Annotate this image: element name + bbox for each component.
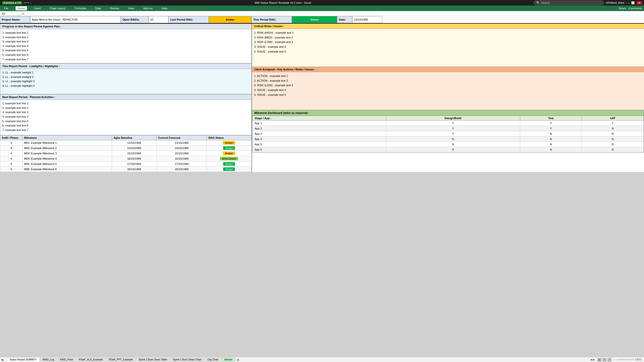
cell-forecast[interactable]: 14/10/1968 [156, 146, 207, 151]
md-cell-app[interactable]: App 6 [253, 147, 386, 152]
cell-rag[interactable]: Amb-Green [207, 156, 252, 161]
md-cell-test[interactable]: N [520, 137, 582, 142]
project-name-value[interactable]: Apps Mod to the Cloud - REFACTOR [30, 16, 121, 23]
md-cell-uat[interactable]: N [582, 147, 644, 152]
sheet-tab-org-chart[interactable]: Org Chart [205, 357, 221, 362]
ribbon-tab-pagelayout[interactable]: Page Layout [48, 6, 68, 10]
cell-milestone[interactable]: M05: Example Milestone 5 [22, 161, 112, 167]
cell-baseline[interactable]: 15/10/1968 [112, 151, 156, 156]
md-cell-test[interactable]: N [520, 131, 582, 137]
scroll-left-button[interactable]: ◀ [0, 358, 4, 361]
md-cell-test[interactable]: N [520, 142, 582, 147]
next-period-section-content[interactable]: 1. example text line 1 2. example text l… [0, 100, 251, 135]
zoom-slider[interactable] [617, 359, 632, 360]
autosave-label[interactable]: AutoSave ● ON [2, 1, 22, 5]
cell-phase[interactable]: 5 [0, 161, 23, 167]
cell-baseline[interactable]: 17/10/1968 [112, 161, 156, 167]
sheet-tab-version[interactable]: Version [221, 357, 235, 362]
cell-phase[interactable]: 3 [0, 140, 23, 146]
md-cell-test[interactable]: Y [520, 126, 582, 131]
ribbon-tab-review[interactable]: Review [108, 6, 121, 10]
md-cell-app[interactable]: App 1 [253, 121, 386, 126]
cell-rag[interactable]: Green [207, 167, 252, 172]
sheet-tab-raid-log[interactable]: RAID_Log [40, 357, 57, 362]
date-value[interactable]: 13/10/1968 [352, 16, 382, 23]
md-cell-uat[interactable]: N [582, 131, 644, 137]
cell-baseline[interactable]: 13/10/1968 [112, 140, 156, 146]
sheet-tab-poap-ppt[interactable]: POaP_PPT_Example [106, 357, 136, 362]
cell-forecast[interactable]: 17/10/1968 [156, 161, 207, 167]
ribbon-tab-help[interactable]: Help [160, 6, 170, 10]
md-cell-test[interactable]: Y [520, 121, 582, 126]
progress-section-content[interactable]: 1. example text line 1 2. example text l… [0, 29, 251, 63]
md-cell-uat[interactable]: N [582, 126, 644, 131]
md-cell-design[interactable]: Y [386, 131, 520, 137]
cell-forecast[interactable]: 15/10/1968 [156, 151, 207, 156]
add-sheet-button[interactable]: ⊕ [236, 358, 239, 362]
preview-view-button[interactable]: ⊟ [608, 358, 612, 361]
ribbon-tab-view[interactable]: View [126, 6, 136, 10]
redo-button[interactable]: ↪ [27, 1, 29, 5]
sheet-tab-raid-pivot[interactable]: RAID_Pivot [57, 357, 76, 362]
cell-baseline[interactable]: 18/10/1968 [112, 167, 156, 172]
page-view-button[interactable]: ⊞ [602, 358, 607, 361]
cell-milestone[interactable]: M03: Example Milestone 3 [22, 151, 112, 156]
md-cell-design[interactable]: N [386, 142, 520, 147]
md-cell-uat[interactable]: Y [582, 121, 644, 126]
minimize-button[interactable]: — [626, 1, 629, 4]
ribbon-tab-home[interactable]: Home [16, 6, 27, 10]
md-cell-uat[interactable]: N [582, 142, 644, 147]
this-period-rag-value[interactable]: Green [292, 16, 337, 23]
restore-button[interactable]: ⬜ [631, 1, 635, 5]
md-cell-design[interactable]: N [386, 137, 520, 142]
md-cell-uat[interactable]: N [582, 137, 644, 142]
ribbon-tab-addins[interactable]: Add-ins [141, 6, 154, 10]
zoom-in-button[interactable]: + [633, 358, 634, 361]
cell-baseline[interactable]: 16/10/1968 [112, 156, 156, 161]
sheet-tab-sprint1-table[interactable]: Sprint 1 Burn Down Table [136, 357, 170, 362]
cell-forecast[interactable]: 18/10/1968 [156, 167, 207, 172]
cell-rag[interactable]: Green [207, 146, 252, 151]
last-period-rag-value[interactable]: Amber [209, 16, 252, 23]
critical-risks-content[interactable]: 1. RISK (HIGH) - example text 1 2. RISK … [252, 29, 644, 67]
comments-button[interactable]: Comments [629, 7, 642, 10]
cell-phase[interactable]: 4 [0, 146, 23, 151]
md-cell-app[interactable]: App 5 [253, 142, 386, 147]
zoom-out-button[interactable]: − [614, 358, 616, 361]
sheet-tab-status-report[interactable]: Status Report DDMMYY [7, 357, 39, 362]
cell-phase[interactable]: 5 [0, 167, 23, 172]
cell-rag[interactable]: Amber [207, 151, 252, 156]
close-button[interactable]: ✕ [637, 1, 642, 5]
cell-forecast[interactable]: 13/10/1968 [156, 140, 207, 146]
md-cell-design[interactable]: N [386, 147, 520, 152]
md-cell-app[interactable]: App 2 [253, 126, 386, 131]
search-bar[interactable]: 🔍 Search [534, 1, 604, 5]
cell-baseline[interactable]: 14/10/1968 [112, 146, 156, 151]
cell-phase[interactable]: 4 [0, 156, 23, 161]
cell-milestone[interactable]: M04: Example Milestone 4 [22, 156, 112, 161]
md-cell-app[interactable]: App 4 [253, 137, 386, 142]
ribbon-tab-data[interactable]: Data [93, 6, 103, 10]
sheet-tab-poap-xls[interactable]: POaP_XLS_Example [76, 357, 106, 362]
cell-rag[interactable]: Amber [207, 140, 252, 146]
lowlights-section-content[interactable]: 1. LL - example lowlight 1 2. LL - examp… [0, 69, 251, 94]
undo-button[interactable]: ↩ [24, 1, 26, 5]
md-cell-test[interactable]: N [520, 147, 582, 152]
customize-button[interactable]: ⌄ [30, 1, 32, 5]
cell-phase[interactable]: 4 [0, 151, 23, 156]
ribbon-tab-insert[interactable]: Insert [32, 6, 43, 10]
cell-rag[interactable]: Green [207, 161, 252, 167]
client-actions-content[interactable]: 1. ACTION - example text 1 2. ACTION - e… [252, 72, 644, 110]
name-box[interactable] [1, 12, 21, 16]
ribbon-tab-formulas[interactable]: Formulas [72, 6, 88, 10]
md-cell-app[interactable]: App 3 [253, 131, 386, 137]
open-raids-value[interactable]: 10 [148, 16, 169, 23]
ribbon-tab-file[interactable]: File [2, 6, 11, 10]
normal-view-button[interactable]: ▦ [597, 358, 601, 361]
cell-milestone[interactable]: M02: Example Milestone 2 [22, 146, 112, 151]
share-button[interactable]: Share [619, 7, 626, 10]
cell-milestone[interactable]: M01: Example Milestone 1 [22, 140, 112, 146]
cell-forecast[interactable]: 16/10/1968 [156, 156, 207, 161]
cell-milestone[interactable]: M06: Example Milestone 6 [22, 167, 112, 172]
sheet-tab-sprint1-chart[interactable]: Sprint 1 Burn Down Chart [170, 357, 204, 362]
